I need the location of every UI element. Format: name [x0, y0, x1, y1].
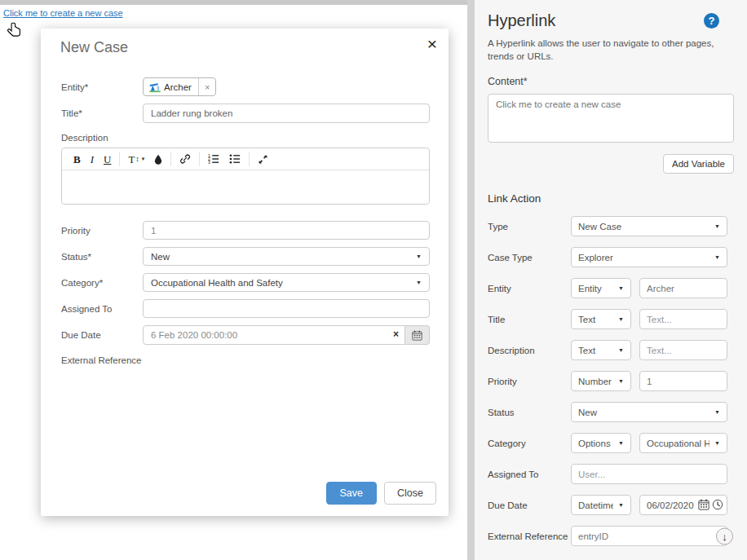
- title-row: Title Text ▼: [488, 309, 734, 329]
- due-date-row: Due Date ×: [61, 325, 430, 345]
- status-select[interactable]: New ▼: [571, 402, 727, 422]
- add-variable-button[interactable]: Add Variable: [663, 154, 734, 174]
- entity-value-input[interactable]: [639, 278, 727, 298]
- due-date-row: Due Date Datetime ▼: [488, 495, 734, 515]
- close-button[interactable]: Close: [384, 482, 436, 505]
- title-label: Title*: [61, 108, 143, 118]
- chevron-down-icon: ▼: [714, 440, 720, 446]
- priority-label: Priority: [488, 377, 571, 386]
- font-size-button[interactable]: T↕▾: [123, 153, 149, 165]
- entity-tag[interactable]: Archer ×: [143, 77, 216, 96]
- chevron-down-icon: ▼: [416, 280, 422, 285]
- modal-body: Entity* Archer × Title*: [41, 56, 449, 365]
- assigned-to-row: Assigned To: [61, 299, 430, 318]
- assigned-to-input[interactable]: [143, 299, 430, 318]
- status-select[interactable]: New ▼: [143, 247, 430, 266]
- chevron-down-icon: ▼: [714, 254, 720, 260]
- category-label: Category: [488, 439, 571, 448]
- assigned-to-row: Assigned To: [488, 464, 734, 484]
- entity-tag-label: Archer: [164, 82, 198, 92]
- title-label: Title: [488, 315, 571, 324]
- priority-row: Priority: [61, 221, 430, 240]
- create-case-link[interactable]: Click me to create a new case: [3, 8, 123, 18]
- chevron-down-icon: ▼: [618, 378, 624, 384]
- external-reference-label: External Reference: [61, 355, 141, 365]
- bold-button[interactable]: B: [69, 153, 86, 165]
- link-action-title: Link Action: [488, 192, 734, 205]
- rich-text-editor: B I U T↕▾: [61, 148, 430, 205]
- panel-title: Hyperlink: [488, 11, 734, 30]
- entity-tag-remove-icon[interactable]: ×: [198, 78, 215, 95]
- external-reference-label: External Reference: [488, 531, 571, 541]
- title-row: Title*: [61, 104, 430, 123]
- modal-title: New Case: [60, 39, 435, 56]
- priority-row: Priority Number ▼: [488, 371, 734, 391]
- text-color-icon[interactable]: [149, 153, 167, 165]
- scroll-down-icon[interactable]: ↓: [716, 527, 733, 545]
- unordered-list-icon[interactable]: [224, 152, 245, 165]
- case-type-label: Case Type: [488, 253, 571, 262]
- priority-input[interactable]: [143, 221, 430, 240]
- clear-date-icon[interactable]: ×: [393, 329, 399, 339]
- assigned-to-label: Assigned To: [488, 470, 571, 479]
- chevron-down-icon: ▼: [618, 440, 624, 446]
- hand-cursor-icon: [7, 21, 23, 42]
- external-reference-row: External Reference ↓: [488, 526, 734, 546]
- calendar-icon[interactable]: [405, 325, 430, 345]
- ordered-list-icon[interactable]: 1 2 3: [203, 152, 224, 165]
- description-label: Description: [488, 346, 571, 355]
- category-label: Category*: [61, 278, 143, 288]
- chevron-down-icon: ▼: [618, 285, 624, 291]
- category-select[interactable]: Occupational Health and Safety ▼: [143, 273, 430, 292]
- assigned-to-input[interactable]: [571, 464, 727, 484]
- calendar-icon[interactable]: [698, 499, 709, 514]
- due-date-type-select[interactable]: Datetime ▼: [571, 495, 631, 515]
- priority-value-input[interactable]: [639, 371, 727, 391]
- expand-icon[interactable]: [253, 153, 273, 165]
- entity-label: Entity: [488, 284, 571, 293]
- category-value-select[interactable]: Occupational Health and Safety ▼: [639, 433, 727, 453]
- type-label: Type: [488, 222, 571, 231]
- entity-row: Entity* Archer ×: [61, 77, 430, 96]
- chevron-down-icon: ▼: [714, 223, 720, 229]
- hyperlink-panel: Hyperlink ? A Hyperlink allows the user …: [475, 0, 747, 560]
- chevron-down-icon: ▼: [618, 502, 624, 508]
- category-row: Category* Occupational Health and Safety…: [61, 273, 430, 292]
- case-type-select[interactable]: Explorer ▼: [571, 247, 727, 267]
- due-date-label: Due Date: [488, 500, 571, 510]
- content-label: Content*: [488, 76, 734, 87]
- chevron-down-icon: ▼: [618, 316, 624, 322]
- description-value-input[interactable]: [639, 340, 727, 360]
- status-label: Status: [488, 408, 571, 417]
- italic-button[interactable]: I: [86, 153, 99, 165]
- due-date-input[interactable]: [143, 325, 405, 345]
- clock-icon[interactable]: [712, 499, 723, 514]
- description-type-select[interactable]: Text ▼: [571, 340, 631, 360]
- title-input[interactable]: [143, 104, 430, 123]
- content-textarea[interactable]: Click me to create a new case: [488, 94, 734, 143]
- title-type-select[interactable]: Text ▼: [571, 309, 631, 329]
- underline-button[interactable]: U: [99, 153, 116, 165]
- status-row: Status* New ▼: [61, 247, 430, 266]
- close-icon[interactable]: ×: [427, 35, 437, 52]
- svg-text:3: 3: [208, 160, 210, 165]
- description-row: Description Text ▼: [488, 340, 734, 360]
- description-textarea[interactable]: [62, 170, 429, 204]
- new-case-modal: New Case × Entity* Archer ×: [41, 29, 449, 516]
- description-label: Description: [61, 133, 430, 143]
- entity-type-select[interactable]: Entity ▼: [571, 278, 631, 298]
- chevron-down-icon: ▼: [618, 347, 624, 353]
- pumpjack-icon: [144, 82, 164, 93]
- chevron-down-icon: ▼: [416, 254, 422, 259]
- priority-type-select[interactable]: Number ▼: [571, 371, 631, 391]
- type-select[interactable]: New Case ▼: [571, 216, 727, 236]
- entity-row: Entity Entity ▼: [488, 278, 734, 298]
- external-reference-input[interactable]: [571, 526, 727, 546]
- title-value-input[interactable]: [639, 309, 727, 329]
- link-icon[interactable]: [175, 152, 196, 165]
- help-icon[interactable]: ?: [704, 13, 719, 29]
- due-date-label: Due Date: [61, 330, 143, 340]
- modal-footer: Save Close: [326, 482, 436, 505]
- category-type-select[interactable]: Options ▼: [571, 433, 631, 453]
- save-button[interactable]: Save: [326, 482, 378, 505]
